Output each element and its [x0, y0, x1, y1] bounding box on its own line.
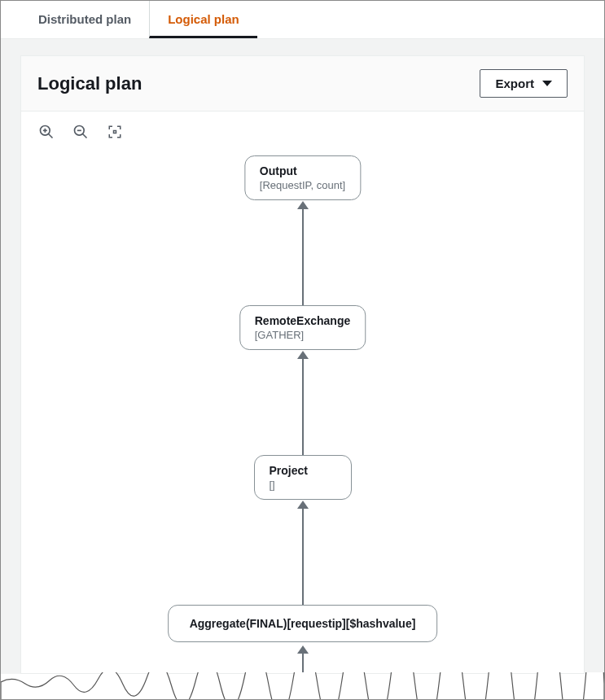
svg-line-5 [83, 134, 87, 138]
caret-down-icon [542, 81, 552, 86]
svg-rect-7 [114, 131, 116, 133]
plan-diagram[interactable]: Output [RequestIP, count] RemoteExchange… [21, 141, 584, 673]
panel-header: Logical plan Export [21, 56, 584, 112]
fit-screen-icon[interactable] [106, 123, 124, 141]
node-project[interactable]: Project [] [254, 455, 352, 500]
plan-tabs: Distributed plan Logical plan [1, 1, 604, 39]
node-project-title: Project [270, 464, 336, 477]
svg-line-1 [49, 134, 53, 138]
connector-line [302, 209, 304, 305]
node-aggregate-title: Aggregate(FINAL)[requestip][$hashvalue] [190, 617, 416, 630]
zoom-in-icon[interactable] [37, 123, 55, 141]
tab-distributed-plan[interactable]: Distributed plan [20, 1, 149, 38]
arrow-up-icon [297, 201, 309, 209]
arrow-up-icon [297, 351, 309, 359]
export-button-label: Export [495, 77, 534, 90]
zoom-out-icon[interactable] [72, 123, 90, 141]
logical-plan-panel: Logical plan Export [20, 55, 585, 674]
connector-line [302, 359, 304, 455]
export-button[interactable]: Export [480, 69, 568, 98]
node-output-title: Output [260, 164, 345, 177]
node-aggregate[interactable]: Aggregate(FINAL)[requestip][$hashvalue] [168, 605, 438, 642]
node-remote-title: RemoteExchange [255, 314, 350, 327]
node-output[interactable]: Output [RequestIP, count] [244, 155, 361, 200]
content-area: Logical plan Export [1, 39, 604, 674]
connector-line [302, 654, 304, 700]
node-remote-sub: [GATHER] [255, 329, 350, 341]
node-output-sub: [RequestIP, count] [260, 179, 345, 191]
node-project-sub: [] [270, 479, 336, 491]
arrow-up-icon [297, 645, 309, 654]
diagram-toolbar [21, 112, 584, 141]
connector-line [302, 509, 304, 605]
tab-logical-plan[interactable]: Logical plan [149, 1, 257, 38]
page-title: Logical plan [37, 73, 142, 94]
arrow-up-icon [297, 501, 309, 509]
node-remote-exchange[interactable]: RemoteExchange [GATHER] [239, 305, 366, 350]
